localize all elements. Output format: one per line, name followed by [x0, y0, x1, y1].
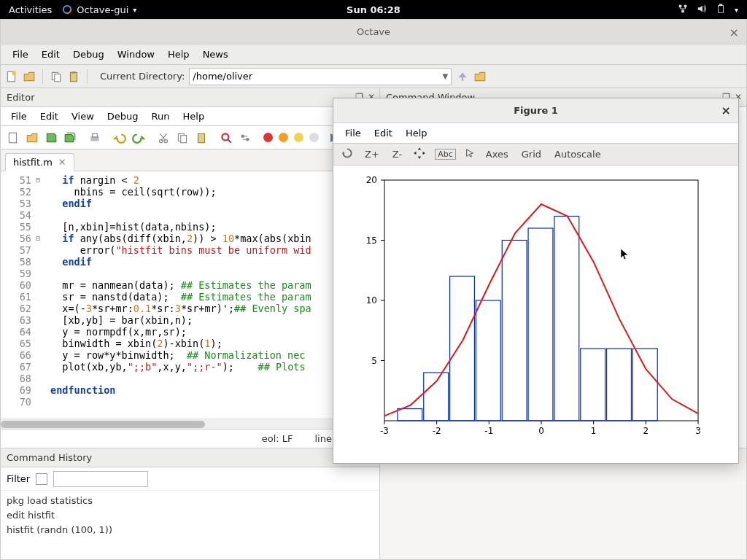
new-file-icon[interactable] [5, 70, 18, 83]
activities-button[interactable]: Activities [9, 4, 52, 15]
svg-rect-51 [502, 241, 527, 421]
network-icon[interactable] [678, 4, 688, 16]
svg-rect-20 [198, 133, 205, 142]
breakpoint-icon[interactable] [263, 133, 273, 142]
plot-canvas[interactable]: -3-2-101235101520 [333, 166, 738, 462]
filter-checkbox[interactable] [36, 473, 47, 485]
step-icon[interactable] [279, 133, 288, 142]
svg-rect-52 [528, 228, 553, 421]
svg-rect-3 [684, 4, 687, 7]
chevron-down-icon: ▾ [133, 6, 136, 14]
svg-rect-12 [72, 71, 76, 73]
svg-rect-49 [450, 276, 475, 421]
zoom-out-button[interactable]: Z- [390, 147, 404, 161]
history-item[interactable]: pkg load statistics [7, 494, 374, 508]
editor-menu-file[interactable]: File [5, 109, 33, 123]
system-menu-chevron-icon[interactable]: ▾ [735, 6, 738, 14]
svg-text:15: 15 [366, 236, 377, 246]
editor-menu-edit[interactable]: Edit [34, 109, 64, 123]
dir-up-icon[interactable] [456, 70, 469, 83]
file-tab-label: histfit.m [13, 157, 53, 168]
select-icon[interactable] [465, 148, 475, 160]
menu-debug[interactable]: Debug [67, 46, 110, 63]
battery-icon[interactable] [716, 4, 726, 16]
print-icon[interactable] [88, 131, 101, 144]
fig-menu-file[interactable]: File [339, 125, 367, 141]
copy-icon[interactable] [50, 70, 63, 83]
current-directory-input[interactable]: /home/oliver ▼ [189, 68, 452, 85]
svg-text:20: 20 [366, 175, 377, 185]
svg-point-21 [222, 133, 228, 140]
editor-menu-run[interactable]: Run [146, 109, 176, 123]
find-icon[interactable] [220, 131, 233, 144]
editor-menu-debug[interactable]: Debug [101, 109, 144, 123]
svg-text:3: 3 [695, 426, 701, 436]
browse-folder-icon[interactable] [473, 70, 487, 83]
gnome-topbar: Activities Octave-gui ▾ Sun 06:28 ▾ [0, 0, 747, 19]
menu-file[interactable]: File [7, 46, 34, 63]
pan-icon[interactable] [413, 147, 426, 162]
autoscale-button[interactable]: Autoscale [552, 147, 603, 161]
window-close-button[interactable]: × [729, 26, 739, 39]
app-menu[interactable]: Octave-gui ▾ [62, 4, 136, 15]
rotate-icon[interactable] [341, 147, 354, 162]
main-menubar: File Edit Debug Window Help News [1, 44, 746, 65]
svg-rect-54 [581, 349, 605, 421]
svg-text:5: 5 [371, 356, 377, 366]
tab-close-icon[interactable]: ✕ [58, 157, 66, 168]
editor-menu-help[interactable]: Help [177, 109, 211, 123]
paste2-icon[interactable] [195, 131, 208, 144]
continue-icon[interactable] [294, 133, 303, 142]
octave-icon [62, 4, 72, 15]
volume-icon[interactable] [697, 4, 707, 16]
window-titlebar: Octave × [1, 20, 746, 44]
redo-icon[interactable] [132, 131, 145, 144]
fig-menu-edit[interactable]: Edit [368, 125, 398, 141]
history-list[interactable]: pkg load statisticsedit histfithistfit (… [1, 491, 379, 540]
replace-icon[interactable] [239, 131, 252, 144]
window-title: Octave [357, 26, 390, 37]
menu-window[interactable]: Window [112, 46, 160, 63]
main-toolbar: Current Directory: /home/oliver ▼ [1, 65, 746, 88]
svg-rect-47 [398, 409, 422, 421]
code-editor[interactable]: 5152535455565758596061626364656667686970… [1, 171, 379, 419]
chevron-down-icon[interactable]: ▼ [443, 72, 449, 80]
history-item[interactable]: edit histfit [7, 508, 374, 523]
fig-menu-help[interactable]: Help [400, 125, 433, 141]
zoom-in-button[interactable]: Z+ [363, 147, 382, 161]
new-script-icon[interactable] [7, 131, 20, 144]
editor-menu-view[interactable]: View [66, 109, 100, 123]
svg-text:2: 2 [643, 426, 649, 436]
saveall-icon[interactable] [63, 131, 77, 144]
menu-edit[interactable]: Edit [36, 46, 66, 63]
figure-titlebar: Figure 1 × [333, 98, 738, 123]
svg-text:0: 0 [538, 426, 544, 436]
open-file-icon[interactable] [23, 70, 36, 83]
copy2-icon[interactable] [176, 131, 189, 144]
save-icon[interactable] [44, 131, 58, 144]
history-item[interactable]: histfit (randn (100, 1)) [7, 523, 374, 537]
menu-news[interactable]: News [197, 46, 234, 63]
svg-rect-6 [719, 4, 722, 5]
svg-text:-2: -2 [433, 426, 441, 436]
cut-icon[interactable] [157, 131, 170, 144]
figure-close-button[interactable]: × [721, 104, 731, 117]
stop-icon[interactable] [309, 133, 319, 142]
paste-icon[interactable] [67, 70, 80, 83]
file-tab-histfit[interactable]: histfit.m ✕ [5, 153, 74, 171]
status-eol: eol: LF [262, 433, 293, 444]
svg-rect-55 [607, 349, 632, 421]
axes-button[interactable]: Axes [484, 147, 511, 161]
undo-icon[interactable] [113, 131, 126, 144]
figure-menubar: File Edit Help [333, 123, 738, 144]
grid-button[interactable]: Grid [519, 147, 543, 161]
editor-panel: Editor ❐ ✕ File Edit View Debug Run Help [1, 88, 380, 448]
clock[interactable]: Sun 06:28 [347, 4, 400, 15]
h-scrollbar[interactable] [1, 419, 379, 429]
svg-rect-10 [55, 74, 61, 81]
filter-input[interactable] [53, 471, 148, 487]
menu-help[interactable]: Help [162, 46, 196, 63]
text-icon[interactable]: Abc [435, 149, 456, 160]
open-script-icon[interactable] [26, 131, 39, 144]
svg-text:-1: -1 [484, 426, 493, 436]
